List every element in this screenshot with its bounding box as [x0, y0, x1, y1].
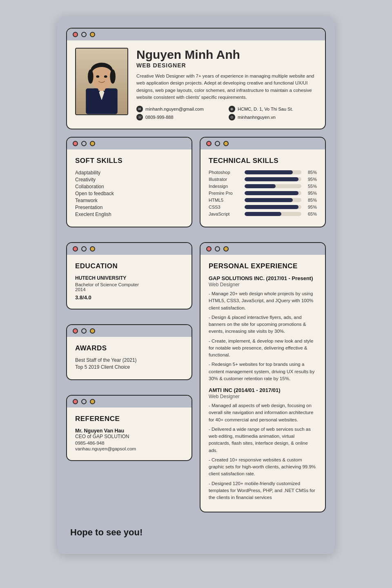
tech-skill-row: CSS3 95%: [209, 205, 317, 209]
award-item: Best Staff of the Year (2021): [75, 357, 183, 363]
skill-bar-pct: 55%: [305, 184, 317, 189]
header-info: Nguyen Minh Anh WEB DESIGNER Creative We…: [136, 48, 317, 120]
ref-title: REFERENCE: [75, 415, 183, 423]
tech-skill-name: Premire Pro: [209, 191, 241, 196]
ref-name: Mr. Nguyen Van Hau: [75, 428, 183, 434]
tech-skill-name: HTML5: [209, 198, 241, 203]
edu-gpa: 3.8/4.0: [75, 294, 183, 301]
resume-container: Nguyen Minh Anh WEB DESIGNER Creative We…: [57, 16, 335, 554]
skill-bar-bg: [245, 212, 301, 216]
header-titlebar: [67, 29, 325, 40]
dot-empty-5: [81, 399, 87, 404]
skill-bar-fill: [245, 198, 293, 202]
skill-bar-fill: [245, 212, 281, 216]
soft-skill-item: Execlent English: [75, 212, 183, 217]
contact-phone: ☏ 0809-999-888: [136, 114, 225, 120]
skill-bar-pct: 95%: [305, 177, 317, 182]
experience-job: AMTI INC (2014/01 - 2017/01)Web Designer…: [209, 387, 317, 501]
svg-point-11: [104, 75, 107, 78]
tech-skills-list: Photoshop 85% Illustrator 95% Indessign …: [209, 170, 317, 216]
exp-bullet: - Design & placed interactive flyers, ad…: [209, 314, 317, 335]
dot-yellow-3: [90, 246, 95, 252]
awards-body: AWARDS Best Staff of the Year (2021)Top …: [67, 337, 192, 379]
soft-skill-item: Creativity: [75, 177, 183, 183]
reference-card: REFERENCE Mr. Nguyen Van Hau CEO of GAP …: [66, 395, 192, 461]
dot-yellow-7: [223, 246, 229, 252]
exp-company-name: GAP SOLUTIONS INC. (2017/01 - Present): [209, 275, 317, 281]
soft-skills-list: AdaptabilityCreativityCollaborationOpen …: [75, 170, 183, 217]
ref-role: CEO of GAP SOLUTION: [75, 434, 183, 439]
skill-bar-bg: [245, 184, 301, 188]
svg-point-9: [110, 69, 116, 84]
dot-red-5: [73, 399, 78, 404]
tech-skills-title: TECHNICAL SKILLS: [209, 157, 317, 165]
exp-company-name: AMTI INC (2014/01 - 2017/01): [209, 387, 317, 393]
awards-titlebar: [67, 325, 192, 337]
skill-bar-bg: [245, 191, 301, 195]
left-column: SOFT SKILLS AdaptabilityCreativityCollab…: [66, 137, 192, 520]
edu-degree: Bachelor of Science Computer: [75, 282, 183, 287]
svg-point-7: [92, 67, 111, 80]
edu-year: 2014: [75, 287, 183, 292]
exp-bullet: - Designed 120+ mobile-friendly customiz…: [209, 480, 317, 501]
dot-red-4: [73, 328, 78, 334]
dot-yellow-2: [90, 141, 95, 146]
dot-yellow: [90, 32, 95, 37]
exp-bullet: - Delivered a wide range of web services…: [209, 426, 317, 454]
soft-skills-card: SOFT SKILLS AdaptabilityCreativityCollab…: [66, 137, 192, 227]
soft-skills-body: SOFT SKILLS AdaptabilityCreativityCollab…: [67, 149, 192, 227]
edu-body: EDUCATION HUTECH UNIVERSITY Bachelor of …: [67, 255, 192, 309]
awards-card: AWARDS Best Staff of the Year (2021)Top …: [66, 324, 192, 380]
tech-skill-row: Illustrator 95%: [209, 177, 317, 182]
tech-skill-name: Photoshop: [209, 170, 241, 175]
soft-skill-item: Adaptability: [75, 170, 183, 176]
tech-skill-row: Premire Pro 95%: [209, 191, 317, 196]
experience-job: GAP SOLUTIONS INC. (2017/01 - Present)We…: [209, 275, 317, 382]
ref-body: REFERENCE Mr. Nguyen Van Hau CEO of GAP …: [67, 408, 192, 460]
tech-skill-row: HTML5 85%: [209, 198, 317, 203]
edu-title: EDUCATION: [75, 262, 183, 270]
tech-skill-name: Indessign: [209, 184, 241, 189]
skill-bar-pct: 95%: [305, 205, 317, 209]
tech-skill-row: Indessign 55%: [209, 184, 317, 189]
skill-bar-bg: [245, 205, 301, 209]
dot-red-3: [73, 246, 78, 252]
candidate-bio: Creative Web Designer with 7+ years of e…: [136, 73, 317, 101]
soft-skill-item: Presentation: [75, 205, 183, 210]
soft-skill-item: Open to feedback: [75, 191, 183, 196]
awards-title: AWARDS: [75, 344, 183, 352]
skill-bar-fill: [245, 205, 298, 209]
soft-skills-title: SOFT SKILLS: [75, 157, 183, 165]
ref-phone: 0985-486-948: [75, 441, 183, 445]
skill-bar-pct: 95%: [305, 191, 317, 196]
header-content: Nguyen Minh Anh WEB DESIGNER Creative We…: [75, 48, 317, 120]
skill-bar-pct: 85%: [305, 170, 317, 175]
skill-bar-bg: [245, 170, 301, 174]
contact-location: ⊕ HCMC, D. 1, Vo Thi Sau St.: [229, 106, 317, 112]
exp-bullet: - Redesign 5+ websites for top brands us…: [209, 361, 317, 382]
location-icon: ⊕: [229, 106, 235, 112]
exp-title: PERSONAL EXPERIENCE: [209, 262, 317, 270]
exp-body: PERSONAL EXPERIENCE GAP SOLUTIONS INC. (…: [200, 255, 325, 512]
exp-role: Web Designer: [209, 394, 317, 399]
svg-point-10: [96, 75, 99, 78]
dot-empty-3: [81, 246, 87, 252]
tech-skill-row: Photoshop 85%: [209, 170, 317, 175]
skill-bar-fill: [245, 184, 276, 188]
dot-red-6: [206, 141, 212, 146]
soft-skill-item: Collaboration: [75, 184, 183, 189]
phone-icon: ☏: [136, 114, 143, 120]
candidate-name: Nguyen Minh Anh: [136, 48, 317, 61]
skill-bar-pct: 65%: [305, 212, 317, 216]
exp-jobs-list: GAP SOLUTIONS INC. (2017/01 - Present)We…: [209, 275, 317, 501]
skill-bar-bg: [245, 198, 301, 202]
skill-bar-pct: 85%: [305, 198, 317, 203]
edu-university: HUTECH UNIVERSITY: [75, 275, 183, 281]
soft-skills-titlebar: [67, 138, 192, 149]
dot-red: [73, 32, 78, 37]
email-icon: ✉: [136, 106, 143, 112]
dot-yellow-6: [223, 141, 229, 146]
candidate-title: WEB DESIGNER: [136, 62, 317, 69]
exp-bullet: - Create, implement, & develop new look …: [209, 338, 317, 359]
dot-red-2: [73, 141, 78, 146]
